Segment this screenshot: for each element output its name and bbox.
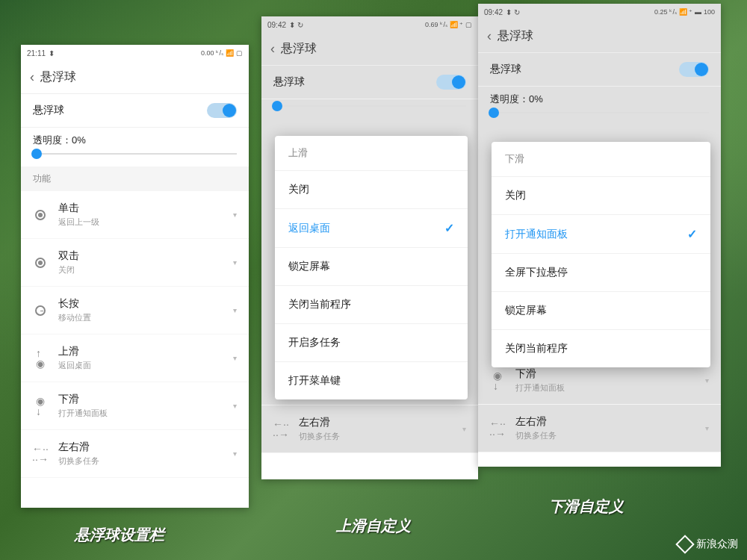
swipe-up-modal: 上滑 关闭返回桌面✓锁定屏幕关闭当前程序开启多任务打开菜单键 bbox=[275, 136, 468, 399]
chevron-down-icon: ▾ bbox=[233, 211, 237, 219]
gesture-icon: ◉↓ bbox=[490, 373, 505, 388]
back-icon[interactable]: ‹ bbox=[30, 69, 34, 85]
gesture-icon: ←····→ bbox=[33, 447, 48, 461]
section-header: 功能 bbox=[21, 167, 249, 191]
toggle-row[interactable]: 悬浮球 bbox=[21, 94, 249, 128]
func-sub: 移动位置 bbox=[58, 312, 233, 323]
gesture-icon: ←····→ bbox=[490, 421, 505, 436]
func-title: 长按 bbox=[58, 297, 233, 311]
chevron-down-icon: ▾ bbox=[233, 449, 237, 458]
opacity-slider-row: 透明度：0% bbox=[21, 128, 249, 167]
func-title: 下滑 bbox=[58, 393, 233, 406]
chevron-down-icon: ▾ bbox=[233, 354, 237, 362]
function-row[interactable]: ←····→左右滑切换多任务▾ bbox=[478, 405, 721, 452]
func-sub: 切换多任务 bbox=[58, 455, 233, 467]
gesture-icon: ←····→ bbox=[273, 422, 288, 437]
watermark-icon bbox=[675, 535, 694, 553]
status-icons: 0.00ᵏ/ₛ📶▢ bbox=[201, 49, 243, 57]
func-sub: 切换多任务 bbox=[515, 430, 705, 441]
chevron-down-icon: ▾ bbox=[233, 258, 237, 267]
modal-option[interactable]: 关闭 bbox=[275, 171, 468, 209]
modal-title: 下滑 bbox=[492, 142, 710, 177]
function-row[interactable]: 双击关闭▾ bbox=[21, 239, 249, 287]
back-icon: ‹ bbox=[487, 28, 492, 44]
settings-header: ‹ 悬浮球 bbox=[21, 61, 249, 94]
function-row[interactable]: ←····→左右滑切换多任务▾ bbox=[21, 430, 249, 478]
modal-option[interactable]: 锁定屏幕 bbox=[492, 292, 710, 330]
func-sub: 切换多任务 bbox=[299, 431, 462, 442]
settings-header: ‹ 悬浮球 bbox=[478, 20, 721, 53]
func-title: 下滑 bbox=[515, 367, 705, 381]
func-title: 单击 bbox=[58, 202, 233, 215]
status-bar: 09:42 ⬍ ↻ 0.25ᵏ/ₛ📶 ⁺ ▬100 bbox=[478, 4, 721, 20]
modal-option[interactable]: 打开通知面板✓ bbox=[492, 215, 710, 254]
back-icon: ‹ bbox=[270, 41, 275, 57]
function-row[interactable]: 长按移动位置▾ bbox=[21, 287, 249, 335]
gesture-icon bbox=[33, 208, 48, 223]
status-time: 21:11 bbox=[27, 49, 46, 57]
swipe-down-modal: 下滑 关闭打开通知面板✓全屏下拉悬停锁定屏幕关闭当前程序 bbox=[492, 142, 710, 367]
modal-title: 上滑 bbox=[275, 136, 468, 171]
func-sub: 返回上一级 bbox=[58, 217, 233, 228]
toggle-row: 悬浮球 bbox=[478, 53, 721, 87]
modal-option[interactable]: 关闭 bbox=[492, 177, 710, 215]
status-bar: 21:11 ⬍ 0.00ᵏ/ₛ📶▢ bbox=[21, 45, 249, 61]
modal-option[interactable]: 关闭当前程序 bbox=[492, 330, 710, 367]
modal-option[interactable]: 返回桌面✓ bbox=[275, 209, 468, 248]
gesture-icon bbox=[33, 303, 48, 318]
opacity-slider[interactable] bbox=[33, 153, 237, 155]
modal-option[interactable]: 关闭当前程序 bbox=[275, 286, 468, 324]
func-title: 左右滑 bbox=[515, 415, 705, 429]
function-row[interactable]: ◉↓下滑打开通知面板▾ bbox=[21, 382, 249, 430]
caption-3: 下滑自定义 bbox=[549, 497, 624, 517]
modal-option[interactable]: 开启多任务 bbox=[275, 324, 468, 362]
gesture-icon: ◉↓ bbox=[33, 399, 48, 414]
modal-option[interactable]: 全屏下拉悬停 bbox=[492, 254, 710, 292]
caption-1: 悬浮球设置栏 bbox=[75, 525, 164, 545]
func-sub: 返回桌面 bbox=[58, 360, 233, 371]
function-row[interactable]: ↑◉上滑返回桌面▾ bbox=[21, 335, 249, 382]
phone-screenshot-1: 21:11 ⬍ 0.00ᵏ/ₛ📶▢ ‹ 悬浮球 悬浮球 透明度：0% 功能 单击… bbox=[21, 45, 249, 508]
func-title: 双击 bbox=[58, 249, 233, 263]
chevron-down-icon: ▾ bbox=[705, 376, 709, 385]
status-bar: 09:42 ⬍ ↻ 0.69ᵏ/ₛ📶 ⁺ ▢ bbox=[261, 16, 478, 33]
chevron-down-icon: ▾ bbox=[705, 424, 709, 432]
func-sub: 打开通知面板 bbox=[58, 408, 233, 419]
caption-2: 上滑自定义 bbox=[336, 516, 411, 536]
chevron-down-icon: ▾ bbox=[233, 306, 237, 314]
toggle-label: 悬浮球 bbox=[33, 104, 64, 117]
header-title: 悬浮球 bbox=[40, 69, 76, 85]
function-row[interactable]: ←····→左右滑切换多任务▾ bbox=[261, 405, 478, 453]
toggle-row: 悬浮球 bbox=[261, 66, 478, 99]
watermark: 新浪众测 bbox=[678, 538, 738, 551]
check-icon: ✓ bbox=[687, 227, 697, 241]
settings-header: ‹ 悬浮球 bbox=[261, 33, 478, 66]
function-row[interactable]: 单击返回上一级▾ bbox=[21, 191, 249, 239]
chevron-down-icon: ▾ bbox=[462, 425, 466, 433]
modal-option[interactable]: 打开菜单键 bbox=[275, 362, 468, 399]
func-title: 左右滑 bbox=[58, 441, 233, 454]
slider-label: 透明度：0% bbox=[33, 134, 237, 147]
func-title: 左右滑 bbox=[299, 416, 462, 429]
func-sub: 打开通知面板 bbox=[515, 382, 705, 393]
chevron-down-icon: ▾ bbox=[233, 402, 237, 410]
func-title: 上滑 bbox=[58, 345, 233, 358]
modal-option[interactable]: 锁定屏幕 bbox=[275, 248, 468, 286]
toggle-switch[interactable] bbox=[207, 103, 237, 118]
gesture-icon bbox=[33, 255, 48, 270]
func-sub: 关闭 bbox=[58, 264, 233, 276]
check-icon: ✓ bbox=[444, 221, 454, 235]
gesture-icon: ↑◉ bbox=[33, 351, 48, 366]
